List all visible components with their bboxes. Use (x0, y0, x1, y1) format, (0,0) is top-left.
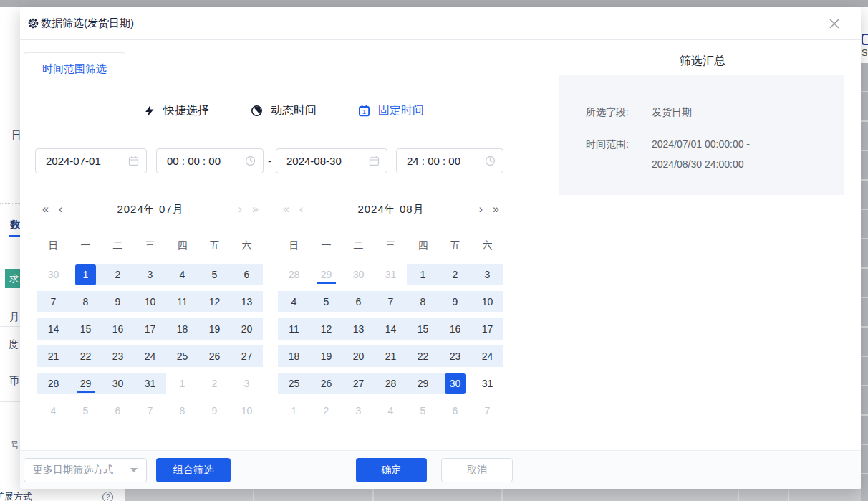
day-cell[interactable]: 31 (134, 373, 166, 394)
day-cell[interactable]: 3 (471, 264, 503, 285)
day-cell[interactable]: 6 (102, 400, 134, 421)
day-cell[interactable]: 30 (102, 373, 134, 394)
day-cell[interactable]: 29 (310, 264, 342, 285)
day-cell[interactable]: 2 (198, 373, 231, 394)
day-cell[interactable]: 1 (407, 264, 439, 285)
day-cell[interactable]: 10 (231, 400, 263, 421)
day-cell[interactable]: 29 (69, 373, 102, 394)
start-time-input[interactable]: 00 : 00 : 00 (156, 148, 264, 173)
day-cell[interactable]: 2 (439, 264, 471, 285)
day-cell[interactable]: 12 (198, 291, 231, 312)
day-cell[interactable]: 19 (310, 345, 342, 367)
end-date-input[interactable]: 2024-08-30 (276, 148, 387, 173)
day-cell[interactable]: 21 (37, 345, 69, 367)
day-cell[interactable]: 26 (198, 345, 231, 367)
day-cell[interactable]: 16 (439, 318, 471, 340)
mode-dynamic-time[interactable]: 动态时间 (251, 103, 317, 118)
day-cell[interactable]: 2 (102, 264, 134, 285)
day-cell[interactable]: 4 (375, 400, 407, 421)
cancel-button[interactable]: 取消 (441, 458, 513, 482)
day-cell[interactable]: 1 (278, 400, 310, 421)
day-cell[interactable]: 11 (278, 318, 310, 340)
day-cell[interactable]: 24 (471, 345, 503, 367)
day-cell[interactable]: 18 (166, 318, 198, 340)
start-date-input[interactable]: 2024-07-01 (35, 148, 147, 173)
day-cell[interactable]: 22 (69, 345, 102, 367)
day-cell[interactable]: 13 (342, 318, 375, 340)
close-icon[interactable] (828, 17, 841, 30)
day-cell[interactable]: 5 (310, 291, 342, 312)
day-cell[interactable]: 17 (134, 318, 166, 340)
mode-quick-select[interactable]: 快捷选择 (144, 103, 209, 118)
day-cell[interactable]: 7 (471, 400, 503, 421)
day-cell[interactable]: 3 (342, 400, 375, 421)
mode-fixed-time[interactable]: 1 固定时间 (358, 103, 424, 118)
day-cell[interactable]: 7 (134, 400, 166, 421)
day-cell[interactable]: 16 (102, 318, 134, 340)
day-cell[interactable]: 1 (69, 264, 102, 285)
end-time-input[interactable]: 24 : 00 : 00 (396, 148, 503, 173)
day-cell[interactable]: 19 (198, 318, 231, 340)
day-cell[interactable]: 8 (69, 291, 102, 312)
day-cell[interactable]: 26 (310, 373, 342, 394)
day-cell[interactable]: 30 (439, 373, 471, 394)
day-cell[interactable]: 21 (375, 345, 407, 367)
day-cell[interactable]: 4 (166, 264, 198, 285)
combo-filter-button[interactable]: 组合筛选 (156, 458, 231, 482)
day-cell[interactable]: 15 (69, 318, 102, 340)
day-cell[interactable]: 10 (471, 291, 503, 312)
day-cell[interactable]: 4 (37, 400, 69, 421)
day-cell[interactable]: 4 (278, 291, 310, 312)
day-cell[interactable]: 28 (375, 373, 407, 394)
day-cell[interactable]: 14 (375, 318, 407, 340)
day-cell[interactable]: 23 (102, 345, 134, 367)
day-cell[interactable]: 9 (439, 291, 471, 312)
day-cell[interactable]: 15 (407, 318, 439, 340)
day-cell[interactable]: 8 (407, 291, 439, 312)
more-date-filter-dropdown[interactable]: 更多日期筛选方式 (24, 458, 147, 482)
day-cell[interactable]: 28 (278, 264, 310, 285)
day-cell[interactable]: 27 (342, 373, 375, 394)
day-cell[interactable]: 3 (134, 264, 166, 285)
confirm-button[interactable]: 确定 (356, 458, 427, 482)
day-cell[interactable]: 17 (471, 318, 503, 340)
day-cell[interactable]: 20 (342, 345, 375, 367)
day-cell[interactable]: 1 (166, 373, 198, 394)
day-cell[interactable]: 27 (231, 345, 263, 367)
day-cell[interactable]: 8 (166, 400, 198, 421)
day-cell[interactable]: 31 (375, 264, 407, 285)
day-cell[interactable]: 7 (375, 291, 407, 312)
day-cell[interactable]: 23 (439, 345, 471, 367)
day-cell[interactable]: 25 (166, 345, 198, 367)
day-cell[interactable]: 13 (231, 291, 263, 312)
day-cell[interactable]: 24 (134, 345, 166, 367)
day-cell[interactable]: 6 (342, 291, 375, 312)
next-year-icon[interactable]: » (488, 204, 504, 215)
tab-time-range-filter[interactable]: 时间范围筛选 (24, 52, 125, 85)
day-cell[interactable]: 2 (310, 400, 342, 421)
day-cell[interactable]: 3 (231, 373, 263, 394)
day-cell[interactable]: 6 (439, 400, 471, 421)
day-cell[interactable]: 31 (471, 373, 503, 394)
day-cell[interactable]: 5 (69, 400, 102, 421)
next-month-icon[interactable]: › (474, 204, 488, 215)
day-cell[interactable]: 9 (198, 400, 231, 421)
day-cell[interactable]: 5 (407, 400, 439, 421)
day-cell[interactable]: 29 (407, 373, 439, 394)
prev-year-icon[interactable]: « (37, 204, 54, 215)
day-cell[interactable]: 22 (407, 345, 439, 367)
day-cell[interactable]: 12 (310, 318, 342, 340)
day-cell[interactable]: 5 (198, 264, 231, 285)
day-cell[interactable]: 30 (342, 264, 375, 285)
day-cell[interactable]: 9 (102, 291, 134, 312)
day-cell[interactable]: 25 (278, 373, 310, 394)
day-cell[interactable]: 14 (37, 318, 69, 340)
prev-month-icon[interactable]: ‹ (54, 204, 67, 215)
day-cell[interactable]: 10 (134, 291, 166, 312)
day-cell[interactable]: 20 (231, 318, 263, 340)
day-cell[interactable]: 18 (278, 345, 310, 367)
day-cell[interactable]: 6 (231, 264, 263, 285)
day-cell[interactable]: 30 (37, 264, 69, 285)
day-cell[interactable]: 28 (37, 373, 69, 394)
day-cell[interactable]: 11 (166, 291, 198, 312)
